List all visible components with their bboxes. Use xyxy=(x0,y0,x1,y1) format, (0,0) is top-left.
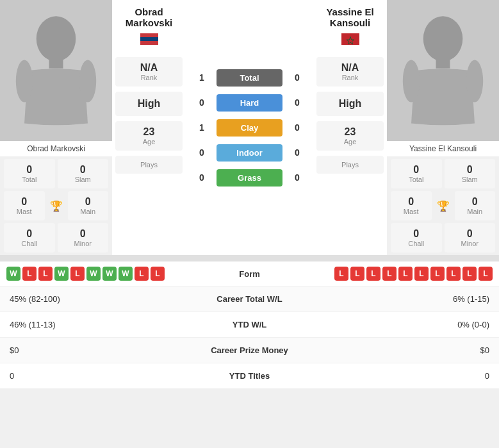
right-player-column: Yassine El Kansouli 0 Total 0 Slam 0 Mas… xyxy=(387,0,499,255)
surface-badge-indoor: Indoor xyxy=(217,144,282,162)
right-total-panel: 0 Total xyxy=(391,159,442,188)
right-age-panel: 23 Age xyxy=(316,121,384,151)
svg-point-0 xyxy=(37,16,76,61)
left-player-name: Obrad Markovski xyxy=(115,6,183,28)
right-total-slam-row: 0 Total 0 Slam xyxy=(391,159,495,188)
left-player-flag xyxy=(140,33,158,47)
left-form-badge-5: W xyxy=(86,267,101,281)
right-form-badge-8: L xyxy=(462,267,477,281)
right-player-flag xyxy=(341,33,359,47)
surface-row-clay: 1 Clay 0 xyxy=(186,115,313,140)
right-player-info: Yassine El Kansouli N/A Rank High 23 Age xyxy=(313,0,387,255)
left-high-panel: High xyxy=(115,92,183,116)
right-form-badge-0: L xyxy=(334,267,348,281)
right-form-badge-2: L xyxy=(366,267,380,281)
career-total-row: 45% (82-100) Career Total W/L 6% (1-15) xyxy=(0,286,499,311)
surface-score-left-clay: 1 xyxy=(192,122,211,133)
center-surfaces-panel: 1 Total 0 0 Hard 0 1 Clay 0 0 Indoor 0 0… xyxy=(186,0,313,255)
prize-label: Career Prize Money xyxy=(186,345,314,355)
right-chall-minor-row: 0 Chall 0 Minor xyxy=(391,223,495,253)
svg-rect-10 xyxy=(436,58,450,69)
right-minor-panel: 0 Minor xyxy=(445,223,496,253)
surface-row-grass: 0 Grass 0 xyxy=(186,165,313,190)
left-form-badge-0: W xyxy=(6,267,20,281)
surface-score-right-hard: 0 xyxy=(288,97,307,108)
right-main-panel: 0 Main xyxy=(455,191,496,220)
prize-row: $0 Career Prize Money $0 xyxy=(0,337,499,363)
left-total-panel: 0 Total xyxy=(4,159,55,188)
prize-left: $0 xyxy=(10,345,186,355)
left-plays-panel: Plays xyxy=(115,156,183,174)
left-rank-panel: N/A Rank xyxy=(115,57,183,87)
surface-score-left-indoor: 0 xyxy=(192,147,211,158)
right-form-badge-5: L xyxy=(414,267,429,281)
left-trophy-icon: 🏆 xyxy=(50,200,63,212)
surface-badge-total: Total xyxy=(217,69,282,87)
left-form-badge-9: L xyxy=(151,267,165,281)
surface-row-indoor: 0 Indoor 0 xyxy=(186,140,313,165)
right-player-name-below: Yassine El Kansouli xyxy=(387,141,499,156)
ytd-wl-label: YTD W/L xyxy=(186,320,314,329)
right-form-badges: LLLLLLLLLL xyxy=(278,267,493,281)
ytd-wl-left: 46% (11-13) xyxy=(10,320,186,329)
svg-rect-7 xyxy=(341,33,359,45)
left-chall-minor-row: 0 Chall 0 Minor xyxy=(4,223,108,253)
right-plays-panel: Plays xyxy=(316,156,384,174)
surface-score-right-total: 0 xyxy=(288,72,307,83)
surface-score-right-indoor: 0 xyxy=(288,147,307,158)
left-player-info: Obrad Markovski N/A Rank High 23 Age xyxy=(112,0,186,255)
main-layout: Obrad Markovski 0 Total 0 Slam 0 Mast 🏆 xyxy=(0,0,499,255)
svg-rect-4 xyxy=(140,33,158,37)
career-total-label: Career Total W/L xyxy=(186,294,314,304)
right-form-badge-9: L xyxy=(479,267,493,281)
svg-rect-1 xyxy=(49,58,63,69)
surface-score-left-grass: 0 xyxy=(192,172,211,183)
right-form-badge-6: L xyxy=(430,267,445,281)
right-chall-panel: 0 Chall xyxy=(391,223,442,253)
surface-row-total: 1 Total 0 xyxy=(186,65,313,90)
left-form-badge-2: L xyxy=(38,267,53,281)
left-form-badges: WLLWLWWWLL xyxy=(6,267,222,281)
svg-point-9 xyxy=(423,16,463,61)
surface-score-right-clay: 0 xyxy=(288,122,307,133)
right-slam-panel: 0 Slam xyxy=(445,159,496,188)
form-section: WLLWLWWWLL Form LLLLLLLLLL xyxy=(0,260,499,286)
right-mast-panel: 0 Mast xyxy=(391,191,432,220)
titles-left: 0 xyxy=(10,371,186,381)
right-player-name: Yassine El Kansouli xyxy=(316,6,384,28)
left-form-badge-8: L xyxy=(135,267,149,281)
titles-label: YTD Titles xyxy=(186,371,314,381)
prize-right: $0 xyxy=(314,345,490,355)
surface-badge-hard: Hard xyxy=(217,94,282,112)
right-form-badge-3: L xyxy=(382,267,397,281)
left-total-slam-row: 0 Total 0 Slam xyxy=(4,159,108,188)
titles-right: 0 xyxy=(314,371,490,381)
svg-rect-5 xyxy=(140,37,158,41)
left-age-panel: 23 Age xyxy=(115,121,183,151)
svg-point-2 xyxy=(16,60,33,103)
left-player-column: Obrad Markovski 0 Total 0 Slam 0 Mast 🏆 xyxy=(0,0,112,255)
surface-score-left-hard: 0 xyxy=(192,97,211,108)
ytd-wl-row: 46% (11-13) YTD W/L 0% (0-0) xyxy=(0,311,499,337)
career-total-left: 45% (82-100) xyxy=(10,294,186,304)
comparison-container: Obrad Markovski 0 Total 0 Slam 0 Mast 🏆 xyxy=(0,0,499,388)
right-high-panel: High xyxy=(316,92,384,116)
left-form-badge-1: L xyxy=(22,267,37,281)
right-rank-panel: N/A Rank xyxy=(316,57,384,87)
left-minor-panel: 0 Minor xyxy=(58,223,109,253)
left-slam-panel: 0 Slam xyxy=(58,159,109,188)
stat-comparison-section: 45% (82-100) Career Total W/L 6% (1-15) … xyxy=(0,286,499,388)
left-player-photo xyxy=(0,0,112,141)
ytd-wl-right: 0% (0-0) xyxy=(314,320,490,329)
left-form-badge-4: L xyxy=(70,267,85,281)
svg-point-12 xyxy=(466,60,483,103)
titles-row: 0 YTD Titles 0 xyxy=(0,363,499,388)
surface-badge-grass: Grass xyxy=(217,169,282,187)
surfaces-list: 1 Total 0 0 Hard 0 1 Clay 0 0 Indoor 0 0… xyxy=(186,65,313,190)
svg-point-11 xyxy=(403,60,420,103)
form-label: Form xyxy=(224,269,275,279)
right-mast-main-row: 0 Mast 🏆 0 Main xyxy=(391,191,495,220)
left-form-badge-3: W xyxy=(54,267,69,281)
career-total-right: 6% (1-15) xyxy=(314,294,490,304)
section-divider xyxy=(0,255,499,260)
